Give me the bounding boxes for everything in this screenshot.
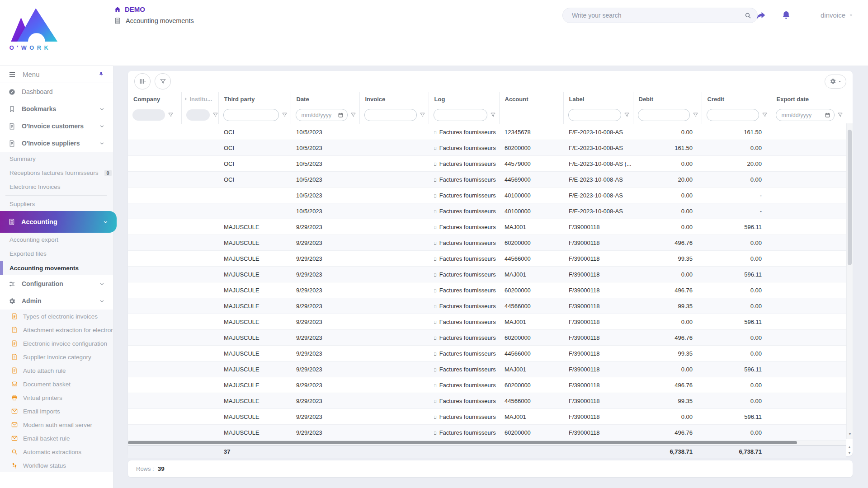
table-row[interactable]: MAJUSCULE9/29/2023□Factures fournisseurs… bbox=[128, 251, 846, 267]
date-filter-export-date[interactable]: mm/dd/yyyy bbox=[776, 109, 835, 121]
notifications-bell-icon[interactable] bbox=[781, 10, 792, 21]
sidebar-item-types-of-electronic-invoices[interactable]: Types of electronic invoices bbox=[0, 310, 113, 323]
column-header-institu[interactable]: Institu... bbox=[181, 92, 218, 106]
sidebar-item-electronic-invoices[interactable]: Electronic Invoices bbox=[0, 180, 113, 194]
filter-input-log[interactable] bbox=[434, 109, 487, 121]
filter-funnel-icon[interactable] bbox=[419, 112, 426, 118]
column-header-export-date[interactable]: Export date bbox=[771, 92, 846, 106]
sidebar-item-r-ceptions-factures-fournisseurs[interactable]: Réceptions factures fournisseurs0 bbox=[0, 166, 113, 180]
filter-funnel-icon[interactable] bbox=[692, 112, 699, 118]
search-icon[interactable] bbox=[744, 12, 752, 19]
filter-funnel-icon[interactable] bbox=[623, 112, 630, 118]
column-header-account[interactable]: Account bbox=[499, 92, 563, 106]
sidebar-item-accounting-movements[interactable]: Accounting movements bbox=[0, 261, 113, 275]
table-row[interactable]: MAJUSCULE9/29/2023□Factures fournisseurs… bbox=[128, 298, 846, 314]
search-input[interactable] bbox=[571, 11, 744, 19]
filter-input-label[interactable] bbox=[568, 109, 621, 121]
expand-group-icon[interactable] bbox=[183, 96, 189, 102]
sidebar-item-configuration[interactable]: Configuration bbox=[0, 275, 113, 292]
user-menu[interactable]: dinvoice bbox=[821, 11, 854, 19]
share-icon[interactable] bbox=[755, 10, 767, 21]
table-row[interactable]: MAJUSCULE9/29/2023□Factures fournisseurs… bbox=[128, 393, 846, 409]
filter-button[interactable] bbox=[155, 73, 171, 89]
cell-account: 12345678 bbox=[499, 124, 563, 140]
sidebar-item-modern-auth-email-server[interactable]: Modern auth email server bbox=[0, 418, 113, 432]
table-row[interactable]: MAJUSCULE9/29/2023□Factures fournisseurs… bbox=[128, 377, 846, 393]
sidebar-item-accounting-export[interactable]: Accounting export bbox=[0, 233, 113, 247]
brand-logo[interactable]: O'WORK bbox=[6, 4, 61, 54]
horizontal-scrollbar[interactable] bbox=[128, 441, 846, 445]
sidebar-item-virtual-printers[interactable]: Virtual printers bbox=[0, 391, 113, 404]
column-header-credit[interactable]: Credit bbox=[702, 92, 771, 106]
table-row[interactable]: MAJUSCULE9/29/2023□Factures fournisseurs… bbox=[128, 361, 846, 377]
table-row[interactable]: MAJUSCULE9/29/2023□Factures fournisseurs… bbox=[128, 282, 846, 298]
sidebar-item-accounting[interactable]: Accounting bbox=[0, 211, 117, 233]
sidebar-item-workflow-status[interactable]: Workflow status bbox=[0, 459, 113, 472]
table-row[interactable]: MAJUSCULE9/29/2023□Factures fournisseurs… bbox=[128, 330, 846, 346]
sidebar-item-summary[interactable]: Summary bbox=[0, 152, 113, 166]
filter-funnel-icon[interactable] bbox=[761, 112, 768, 118]
filter-funnel-icon[interactable] bbox=[350, 112, 357, 118]
column-header-log[interactable]: Log bbox=[429, 92, 499, 106]
table-row[interactable]: MAJUSCULE9/29/2023□Factures fournisseurs… bbox=[128, 267, 846, 282]
horizontal-scrollbar-thumb[interactable] bbox=[128, 441, 797, 444]
filter-input-debit[interactable] bbox=[638, 109, 690, 121]
table-row[interactable]: OCI10/5/2023□Factures fournisseurs602000… bbox=[128, 140, 846, 156]
sidebar-item-supplier-invoice-category[interactable]: Supplier invoice category bbox=[0, 350, 113, 364]
calendar-icon[interactable] bbox=[825, 112, 830, 118]
pin-icon[interactable] bbox=[98, 71, 105, 78]
table-row[interactable]: 10/5/2023□Factures fournisseurs40100000F… bbox=[128, 188, 846, 203]
column-header-invoice[interactable]: Invoice bbox=[359, 92, 429, 106]
sidebar-item-email-basket-rule[interactable]: Email basket rule bbox=[0, 432, 113, 445]
vertical-scrollbar-thumb[interactable] bbox=[848, 130, 852, 265]
sidebar-item-o-invoice-suppliers[interactable]: O'Invoice suppliers bbox=[0, 135, 113, 152]
table-row[interactable]: 10/5/2023□Factures fournisseurs40100000F… bbox=[128, 203, 846, 219]
sidebar-item-document-basket[interactable]: Document basket bbox=[0, 377, 113, 391]
sidebar-item-email-imports[interactable]: Email imports bbox=[0, 404, 113, 418]
calendar-icon[interactable] bbox=[338, 112, 344, 118]
sidebar-item-electronic-invoice-configuration[interactable]: Electronic invoice configuration bbox=[0, 337, 113, 350]
scroll-down-arrow[interactable]: ▼ bbox=[848, 432, 852, 436]
hamburger-menu-icon[interactable] bbox=[8, 70, 16, 79]
table-row[interactable]: OCI10/5/2023□Factures fournisseurs123456… bbox=[128, 124, 846, 140]
table-row[interactable]: OCI10/5/2023□Factures fournisseurs445790… bbox=[128, 156, 846, 172]
sidebar-item-bookmarks[interactable]: Bookmarks bbox=[0, 100, 113, 117]
date-filter-date[interactable]: mm/dd/yyyy bbox=[296, 109, 348, 121]
sidebar-item-automatic-extractions[interactable]: Automatic extractions bbox=[0, 445, 113, 459]
totals-scroll-down-arrow[interactable]: ▼ bbox=[848, 451, 851, 455]
column-header-debit[interactable]: Debit bbox=[633, 92, 702, 106]
total-credit: 6,738.71 bbox=[702, 446, 771, 458]
column-header-company[interactable]: Company bbox=[128, 92, 181, 106]
columns-button[interactable] bbox=[134, 73, 151, 89]
filter-input-credit[interactable] bbox=[707, 109, 759, 121]
table-row[interactable]: OCI10/5/2023□Factures fournisseurs445690… bbox=[128, 172, 846, 188]
sidebar-item-dashboard[interactable]: Dashboard bbox=[0, 83, 113, 100]
filter-funnel-icon[interactable] bbox=[212, 112, 219, 118]
sidebar-item-exported-files[interactable]: Exported files bbox=[0, 247, 113, 261]
breadcrumb-home[interactable]: DEMO bbox=[114, 5, 194, 13]
table-settings-button[interactable] bbox=[825, 75, 846, 89]
table-row[interactable]: MAJUSCULE9/29/2023□Factures fournisseurs… bbox=[128, 235, 846, 251]
filter-input-third-party[interactable] bbox=[223, 109, 279, 121]
column-header-date[interactable]: Date bbox=[291, 92, 359, 106]
table-row[interactable]: MAJUSCULE9/29/2023□Factures fournisseurs… bbox=[128, 314, 846, 330]
table-row[interactable]: MAJUSCULE9/29/2023□Factures fournisseurs… bbox=[128, 346, 846, 361]
filter-funnel-icon[interactable] bbox=[167, 112, 174, 118]
table-row[interactable]: MAJUSCULE9/29/2023□Factures fournisseurs… bbox=[128, 219, 846, 235]
column-header-third-party[interactable]: Third party bbox=[218, 92, 291, 106]
filter-funnel-icon[interactable] bbox=[837, 112, 844, 118]
filter-input-invoice[interactable] bbox=[364, 109, 417, 121]
cell-invoice bbox=[359, 314, 429, 330]
sidebar-item-o-invoice-customers[interactable]: O'Invoice customers bbox=[0, 117, 113, 135]
totals-scroll-up-arrow[interactable]: ▲ bbox=[848, 446, 851, 449]
sidebar-item-admin[interactable]: Admin bbox=[0, 292, 113, 310]
filter-funnel-icon[interactable] bbox=[281, 112, 288, 118]
sidebar-item-auto-attach-rule[interactable]: Auto attach rule bbox=[0, 364, 113, 377]
table-row[interactable]: MAJUSCULE9/29/2023□Factures fournisseurs… bbox=[128, 425, 846, 441]
sidebar-item-attachment-extraction-for-electroni[interactable]: Attachment extraction for electroni bbox=[0, 323, 113, 337]
filter-funnel-icon[interactable] bbox=[490, 112, 496, 118]
column-header-label[interactable]: Label bbox=[563, 92, 633, 106]
vertical-scrollbar[interactable]: ▼ bbox=[846, 123, 853, 439]
table-row[interactable]: MAJUSCULE9/29/2023□Factures fournisseurs… bbox=[128, 409, 846, 425]
sidebar-item-suppliers[interactable]: Suppliers bbox=[0, 197, 113, 211]
